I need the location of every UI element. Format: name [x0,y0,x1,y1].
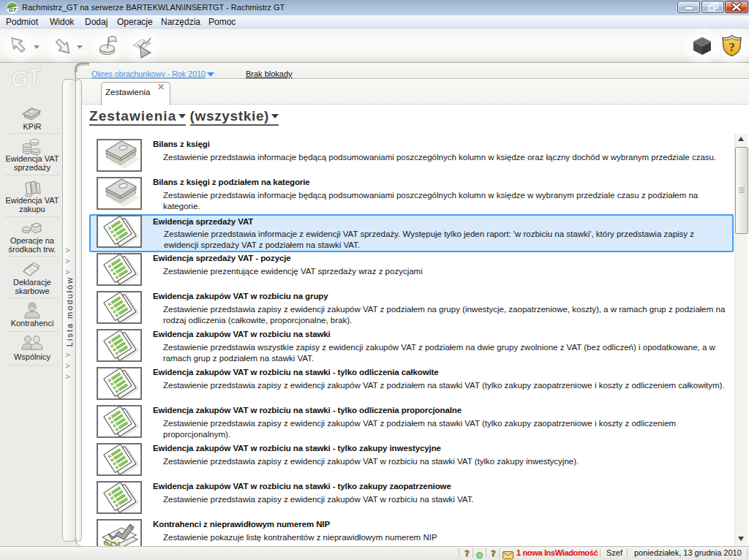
svg-text:?: ? [729,41,735,53]
svg-text:?: ? [464,548,470,558]
svg-text:?: ? [491,548,496,558]
svg-text:GT: GT [9,7,18,13]
